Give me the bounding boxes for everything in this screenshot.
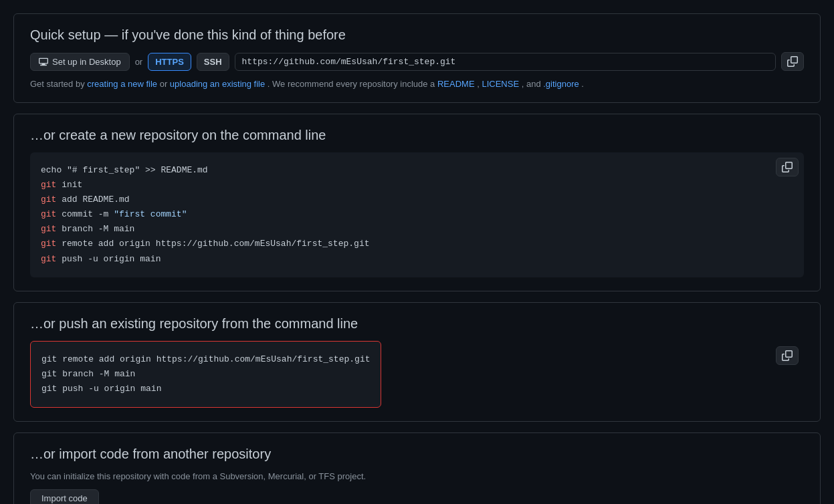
intro-or1: or xyxy=(160,79,170,89)
create-repo-title: …or create a new repository on the comma… xyxy=(30,128,804,143)
code-line-5: git branch -M main xyxy=(41,222,793,237)
page-container: Quick setup — if you've done this kind o… xyxy=(13,13,821,504)
upload-file-link[interactable]: uploading an existing file xyxy=(170,79,265,89)
import-code-description: You can initialize this repository with … xyxy=(30,471,804,481)
create-repo-code-wrapper: echo "# first_step" >> README.md git ini… xyxy=(30,152,804,277)
create-repo-code-block: echo "# first_step" >> README.md git ini… xyxy=(30,152,804,277)
intro-text: Get started by creating a new file or up… xyxy=(30,79,804,89)
gitignore-link[interactable]: .gitignore xyxy=(543,79,579,89)
copy-create-repo-button[interactable] xyxy=(776,158,799,176)
clipboard-copy-icon xyxy=(782,162,793,172)
https-button[interactable]: HTTPS xyxy=(148,53,191,71)
intro-and: , and xyxy=(522,79,544,89)
ssh-button[interactable]: SSH xyxy=(197,53,229,71)
push-code-line-2: git branch -M main xyxy=(41,367,370,382)
intro-period: . xyxy=(581,79,584,89)
desktop-icon xyxy=(39,57,48,66)
license-link[interactable]: LICENSE xyxy=(482,79,519,89)
import-code-button[interactable]: Import code xyxy=(30,489,99,504)
quick-setup-title: Quick setup — if you've done this kind o… xyxy=(30,27,804,43)
push-code-line-1: git remote add origin https://github.com… xyxy=(41,352,370,367)
push-code-container: git remote add origin https://github.com… xyxy=(30,341,804,408)
copy-push-existing-button[interactable] xyxy=(776,346,799,365)
code-line-2: git init xyxy=(41,178,793,193)
push-existing-code-block: git remote add origin https://github.com… xyxy=(30,341,381,408)
clipboard-push-icon xyxy=(782,350,793,361)
quick-setup-bar: Set up in Desktop or HTTPS SSH xyxy=(30,52,804,71)
intro-recommend: . We recommend every repository include … xyxy=(268,79,437,89)
create-repo-section: …or create a new repository on the comma… xyxy=(13,114,821,291)
clipboard-icon xyxy=(787,56,798,67)
setup-desktop-label: Set up in Desktop xyxy=(52,57,121,67)
readme-link[interactable]: README xyxy=(437,79,475,89)
or-separator: or xyxy=(135,57,143,67)
code-line-6: git remote add origin https://github.com… xyxy=(41,237,793,251)
code-line-3: git add README.md xyxy=(41,193,793,207)
setup-desktop-button[interactable]: Set up in Desktop xyxy=(30,53,130,71)
push-existing-section: …or push an existing repository from the… xyxy=(13,302,821,422)
repo-url-input[interactable] xyxy=(235,53,776,71)
code-line-4: git commit -m "first commit" xyxy=(41,207,793,222)
push-code-line-3: git push -u origin main xyxy=(41,382,370,396)
copy-url-button[interactable] xyxy=(781,52,804,71)
quick-setup-section: Quick setup — if you've done this kind o… xyxy=(13,13,821,103)
create-new-file-link[interactable]: creating a new file xyxy=(87,79,157,89)
push-existing-title: …or push an existing repository from the… xyxy=(30,316,804,332)
intro-prefix: Get started by xyxy=(30,79,87,89)
import-code-section: …or import code from another repository … xyxy=(13,432,821,504)
code-line-1: echo "# first_step" >> README.md xyxy=(41,163,793,178)
code-line-7: git push -u origin main xyxy=(41,252,793,267)
import-code-title: …or import code from another repository xyxy=(30,447,804,462)
